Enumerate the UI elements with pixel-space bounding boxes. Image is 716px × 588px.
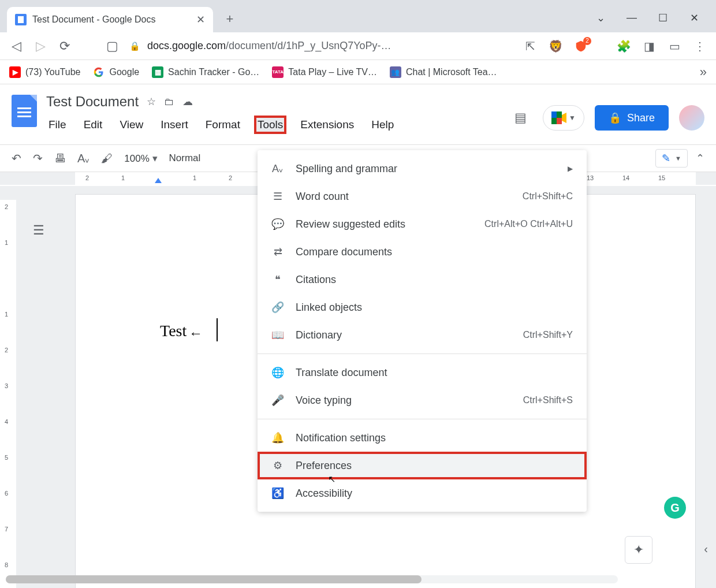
keyboard-shortcut: Ctrl+Shift+Y [523, 330, 573, 340]
menu-view[interactable]: View [117, 117, 146, 133]
extensions-icon[interactable]: 🧩 [617, 39, 631, 53]
bookmark-item[interactable]: 👥Chat | Microsoft Tea… [390, 66, 497, 78]
explore-button[interactable]: ✦ [625, 536, 652, 564]
menu-item-icon: ⚙ [271, 459, 284, 472]
document-title[interactable]: Test Document [46, 94, 139, 110]
brave-shields-icon[interactable]: 2 [574, 39, 588, 53]
menu-item-notification-settings[interactable]: 🔔Notification settings [258, 424, 587, 452]
menu-format[interactable]: Format [203, 117, 243, 133]
move-icon[interactable]: 🗀 [164, 96, 174, 108]
menu-item-accessibility[interactable]: ♿Accessibility [258, 479, 587, 507]
indent-marker-icon[interactable] [155, 178, 162, 183]
tab-title: Test Document - Google Docs [32, 14, 191, 25]
docs-header: Test Document ☆ 🗀 ☁ FileEditViewInsertFo… [0, 84, 716, 144]
menu-item-spelling-and-grammar[interactable]: AᵥSpelling and grammar▶ [258, 155, 587, 183]
minimize-button[interactable]: — [625, 12, 639, 24]
bookmark-page-icon[interactable]: ▢ [105, 39, 119, 54]
paint-format-button[interactable]: 🖌 [101, 152, 113, 165]
menu-extensions[interactable]: Extensions [298, 117, 356, 133]
sidepanel-icon[interactable]: ◨ [642, 39, 656, 53]
menu-separator [258, 353, 587, 354]
bookmark-item[interactable]: ▦Sachin Tracker - Go… [152, 66, 259, 78]
menu-tools[interactable]: Tools [255, 117, 285, 133]
bookmark-item[interactable]: TATATata Play – Live TV… [272, 66, 377, 78]
editing-mode-button[interactable]: ✎ ▼ [655, 149, 688, 168]
maximize-button[interactable]: ☐ [656, 12, 670, 24]
lock-icon: 🔒 [129, 41, 140, 51]
menu-item-icon: ☰ [271, 190, 284, 203]
menu-item-translate-document[interactable]: 🌐Translate document [258, 359, 587, 386]
menu-item-dictionary[interactable]: 📖DictionaryCtrl+Shift+Y [258, 321, 587, 349]
menu-item-voice-typing[interactable]: 🎤Voice typingCtrl+Shift+S [258, 386, 587, 414]
menu-file[interactable]: File [46, 117, 69, 133]
new-tab-button[interactable]: + [221, 10, 238, 28]
tools-dropdown-menu: AᵥSpelling and grammar▶☰Word countCtrl+S… [258, 150, 587, 512]
share-button[interactable]: 🔒 Share [595, 105, 669, 131]
bookmark-favicon: ▶ [9, 66, 21, 78]
back-button[interactable]: ◁ [9, 39, 23, 54]
vertical-ruler[interactable]: 2112345678 [0, 186, 16, 588]
close-tab-icon[interactable]: ✕ [196, 13, 205, 26]
side-panel-toggle-icon[interactable]: ‹ [704, 542, 708, 556]
submenu-arrow-icon: ▶ [568, 165, 573, 173]
bookmarks-bar: ▶(73) YouTubeGoogle▦Sachin Tracker - Go…… [0, 60, 716, 84]
reload-button[interactable]: ⟳ [58, 39, 72, 54]
menu-item-icon: 📖 [271, 329, 284, 341]
chevron-down-icon: ▼ [675, 155, 681, 162]
bookmark-favicon: TATA [272, 66, 284, 78]
address-bar[interactable]: 🔒 docs.google.com/document/d/1hP_y_UsnQ7… [129, 40, 435, 52]
print-button[interactable]: 🖶 [54, 152, 66, 165]
bookmarks-overflow-icon[interactable]: » [700, 65, 707, 80]
chevron-down-icon: ▼ [569, 114, 576, 122]
address-bar-row: ◁ ▷ ⟳ ▢ 🔒 docs.google.com/document/d/1hP… [0, 32, 716, 60]
close-window-button[interactable]: ✕ [687, 12, 701, 24]
menu-help[interactable]: Help [369, 117, 396, 133]
menu-item-icon: 🔔 [271, 431, 284, 444]
bookmark-favicon [93, 66, 105, 78]
star-icon[interactable]: ☆ [147, 95, 156, 108]
menu-item-icon: Aᵥ [271, 162, 284, 175]
cloud-status-icon[interactable]: ☁ [182, 95, 193, 108]
docs-logo-icon[interactable] [12, 95, 37, 127]
wallet-icon[interactable]: ▭ [667, 39, 681, 53]
meet-button[interactable]: ▼ [543, 105, 584, 131]
grammarly-icon[interactable]: G [664, 497, 686, 519]
text-cursor [217, 318, 218, 341]
collapse-toolbar-icon[interactable]: ⌃ [696, 152, 704, 165]
avatar[interactable] [679, 105, 704, 131]
menu-item-review-suggested-edits[interactable]: 💬Review suggested editsCtrl+Alt+O Ctrl+A… [258, 210, 587, 238]
bookmark-item[interactable]: Google [93, 66, 139, 78]
menu-item-linked-objects[interactable]: 🔗Linked objects [258, 293, 587, 321]
meet-icon [551, 111, 566, 124]
browser-tab[interactable]: Test Document - Google Docs ✕ [7, 7, 213, 32]
spellcheck-button[interactable]: Aᵥ [77, 151, 90, 165]
style-select[interactable]: Normal [169, 152, 201, 164]
svg-rect-1 [551, 111, 557, 118]
undo-button[interactable]: ↶ [12, 151, 21, 165]
menu-insert[interactable]: Insert [158, 117, 191, 133]
horizontal-scrollbar[interactable] [6, 575, 618, 583]
keyboard-shortcut: Ctrl+Shift+S [523, 395, 573, 405]
menu-item-icon: 🌐 [271, 366, 284, 379]
bookmark-item[interactable]: ▶(73) YouTube [9, 66, 80, 78]
brave-lion-icon[interactable]: 🦁 [549, 39, 562, 53]
menu-item-compare-documents[interactable]: ⇄Compare documents [258, 238, 587, 266]
zoom-select[interactable]: 100% ▾ [124, 152, 157, 165]
menu-item-icon: ♿ [271, 487, 284, 500]
pencil-icon: ✎ [662, 152, 670, 165]
menu-item-word-count[interactable]: ☰Word countCtrl+Shift+C [258, 183, 587, 210]
forward-button[interactable]: ▷ [33, 39, 47, 54]
window-controls: ⌄ — ☐ ✕ [594, 12, 716, 32]
menu-item-icon: ❝ [271, 273, 284, 286]
redo-button[interactable]: ↷ [33, 151, 43, 165]
comment-history-icon[interactable]: ▤ [509, 106, 532, 129]
menu-item-icon: 🎤 [271, 394, 284, 407]
menu-item-preferences[interactable]: ⚙Preferences [258, 452, 587, 479]
share-page-icon[interactable]: ⇱ [523, 39, 537, 53]
menu-icon[interactable]: ⋮ [693, 39, 707, 53]
chevron-down-icon[interactable]: ⌄ [594, 12, 607, 24]
outline-toggle-icon[interactable]: ☰ [30, 222, 47, 239]
menu-item-citations[interactable]: ❝Citations [258, 266, 587, 293]
menu-edit[interactable]: Edit [81, 117, 105, 133]
svg-rect-2 [557, 118, 562, 124]
